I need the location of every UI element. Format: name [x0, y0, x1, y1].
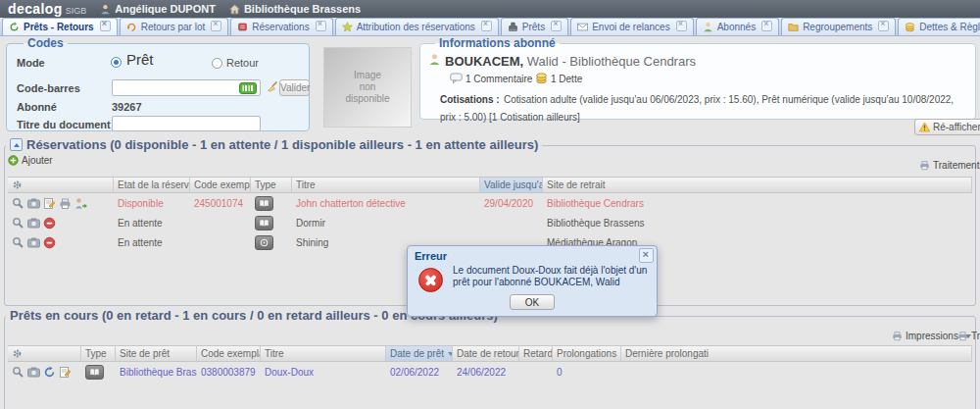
mode-pret-label[interactable]: Prêt: [126, 51, 154, 68]
titre-document-input[interactable]: [112, 116, 261, 131]
tab-envoi-relances[interactable]: Envoi de relances: [570, 18, 694, 35]
tab-abonnes[interactable]: Abonnés: [696, 18, 779, 35]
tab-retours-par-lot[interactable]: Retours par lot: [120, 18, 229, 35]
col-site-pret[interactable]: Site de prêt: [116, 345, 197, 362]
ok-button[interactable]: OK: [510, 294, 555, 310]
row-actions: [8, 232, 114, 252]
current-user[interactable]: Angélique DUPONT: [100, 3, 216, 15]
close-icon[interactable]: [676, 21, 687, 31]
printer-stack-icon: [957, 331, 968, 341]
col-titre[interactable]: Titre: [261, 345, 386, 362]
cell-code[interactable]: 0380003879: [197, 362, 261, 382]
mode-pret-radio[interactable]: [111, 57, 122, 68]
mode-retour-label[interactable]: Retour: [226, 57, 259, 69]
prets-traitements-label: Tra: [971, 331, 980, 341]
col-type[interactable]: Type: [81, 345, 116, 362]
col-retard[interactable]: Retard: [519, 345, 553, 362]
close-icon[interactable]: [551, 21, 562, 31]
close-icon[interactable]: [761, 21, 772, 31]
cell-titre[interactable]: John chatterton détective: [292, 193, 480, 213]
dette-count[interactable]: 1 Dette: [551, 74, 582, 84]
collapse-icon[interactable]: [10, 138, 23, 151]
cancel-reservation-icon[interactable]: [43, 236, 56, 249]
col-valide-jusquau[interactable]: Valide jusqu'au: [480, 177, 543, 193]
cell-site[interactable]: Bibliothèque Brassens: [116, 362, 197, 382]
printer-icon: [892, 331, 903, 341]
tab-prets-retours[interactable]: Prêts - Retours: [2, 18, 118, 35]
table-row[interactable]: En attente Dormir Bibliothèque Brassens: [8, 213, 972, 232]
column-config-header[interactable]: [8, 345, 81, 362]
close-icon[interactable]: [316, 21, 326, 31]
tab-label: Regroupements: [803, 22, 872, 32]
table-row[interactable]: Bibliothèque Brassens 0380003879 Doux-Do…: [8, 362, 972, 382]
cotisations-label: Cotisations :: [440, 94, 500, 105]
close-icon[interactable]: [639, 248, 654, 263]
magnifier-icon[interactable]: [12, 217, 24, 230]
renew-loan-icon[interactable]: [43, 366, 56, 379]
app-window: decalog SIGB Angélique DUPONT Bibliothèq…: [0, 0, 980, 409]
cell-type: [251, 193, 292, 213]
close-icon[interactable]: [481, 21, 492, 31]
col-prolongations[interactable]: Prolongations: [553, 345, 621, 362]
photo-icon[interactable]: [27, 197, 40, 210]
gear-icon[interactable]: [12, 348, 23, 359]
magnifier-icon[interactable]: [12, 236, 24, 249]
column-config-header[interactable]: [8, 177, 114, 193]
col-date-retour[interactable]: Date de retour prév: [453, 345, 519, 362]
current-user-label: Angélique DUPONT: [115, 3, 216, 15]
ajouter-label: Ajouter: [22, 155, 53, 166]
valider-button[interactable]: Valider: [279, 79, 310, 96]
col-code-exemplaire[interactable]: Code exemplaire: [190, 177, 251, 193]
gear-icon[interactable]: [12, 179, 23, 190]
cell-titre[interactable]: Dormir: [292, 213, 480, 232]
photo-icon[interactable]: [27, 236, 40, 249]
close-icon[interactable]: [211, 21, 221, 31]
ajouter-button[interactable]: Ajouter: [8, 155, 53, 166]
dialog-message: Le document Doux-Doux fait déjà l'objet …: [453, 265, 655, 288]
folder-icon: [788, 22, 799, 32]
cancel-reservation-icon[interactable]: [43, 217, 56, 230]
commentaire-count[interactable]: 1 Commentaire: [466, 74, 532, 84]
barcode-scan-icon[interactable]: [239, 82, 257, 94]
assign-person-icon[interactable]: [74, 197, 87, 210]
tab-prets[interactable]: Prêts: [501, 18, 568, 35]
col-titre[interactable]: Titre: [292, 177, 480, 193]
edit-note-icon[interactable]: [43, 197, 56, 210]
close-icon[interactable]: [878, 21, 889, 31]
traitements-button[interactable]: Traitements: [919, 160, 980, 171]
col-code-exemplaire[interactable]: Code exemplaire: [197, 345, 261, 362]
edit-note-icon[interactable]: [59, 366, 72, 379]
subscriber-name-rest: Walid - Bibliothèque Cendrars: [523, 54, 696, 69]
current-library[interactable]: Bibliothèque Brassens: [229, 3, 361, 15]
col-etat[interactable]: Etat de la réservation: [114, 177, 190, 193]
cell-date-pret: 02/06/2022: [386, 362, 453, 382]
photo-icon[interactable]: [27, 217, 40, 230]
magnifier-icon[interactable]: [12, 366, 24, 379]
codes-panel: Mode Prêt Retour Code-barres Valider Abo…: [6, 43, 310, 131]
prets-table: Type Site de prêt Code exemplaire Titre …: [8, 345, 972, 382]
cell-etat: Disponible: [114, 193, 190, 213]
col-type[interactable]: Type: [251, 177, 292, 193]
tab-reservations[interactable]: Réservations: [230, 18, 332, 35]
reafficher-button[interactable]: Ré-afficher ave: [914, 119, 980, 135]
tab-regroupements[interactable]: Regroupements: [781, 18, 896, 35]
col-date-pret[interactable]: Date de prêt: [386, 345, 453, 362]
photo-icon[interactable]: [27, 366, 40, 379]
col-label: Valide jusqu'au: [484, 177, 543, 193]
table-row[interactable]: Disponible 245001074 John chatterton dét…: [8, 193, 972, 213]
magnifier-icon[interactable]: [12, 197, 24, 210]
dialog-titlebar[interactable]: Erreur: [408, 246, 657, 263]
col-derniere-prolongation[interactable]: Dernière prolongati: [621, 345, 972, 362]
col-site-retrait[interactable]: Site de retrait: [543, 177, 972, 193]
broom-icon[interactable]: [266, 80, 278, 93]
prets-traitements-button[interactable]: Tra: [957, 331, 980, 341]
tab-label: Prêts - Retours: [24, 22, 94, 32]
mode-retour-radio[interactable]: [212, 58, 222, 69]
printer-icon[interactable]: [59, 197, 72, 210]
cotisations-text: Cotisation adulte (valide jusqu'au 06/06…: [440, 94, 954, 123]
error-icon: [418, 268, 443, 292]
cell-titre[interactable]: Doux-Doux: [261, 362, 386, 382]
tab-dettes-reglements[interactable]: Dettes & Règlements: [898, 18, 980, 35]
close-icon[interactable]: [100, 21, 111, 31]
tab-attribution-reservations[interactable]: Attribution des réservations: [335, 18, 499, 35]
